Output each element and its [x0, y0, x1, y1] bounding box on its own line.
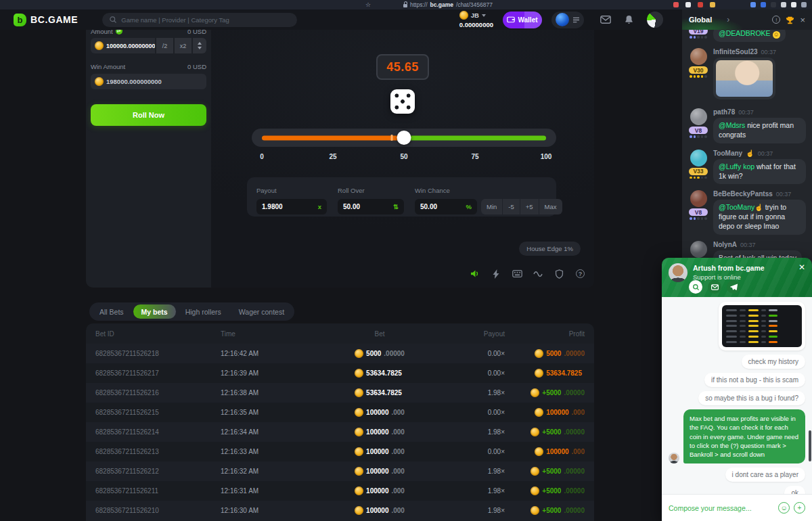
payout-label: Payout	[256, 187, 277, 194]
username[interactable]: TooMany	[713, 150, 742, 157]
jb-coin-icon	[355, 369, 363, 378]
extension-icon-1[interactable]	[673, 2, 679, 7]
bet-amount: 53634.7825	[322, 369, 437, 378]
chat-image[interactable]	[716, 60, 773, 97]
chat-header: Global › ! ×	[682, 9, 812, 30]
extension-icon-6[interactable]	[771, 2, 776, 7]
jb-coin-icon	[531, 486, 539, 495]
avatar[interactable]	[690, 150, 707, 166]
table-row[interactable]: 68285367211526217 12:16:39 AM 53634.7825…	[86, 363, 594, 383]
bet-id: 68285367211526214	[95, 428, 221, 436]
edit-icon[interactable]	[791, 2, 796, 7]
table-row[interactable]: 68285367211526210 12:16:30 AM 100000.000…	[86, 501, 594, 520]
attachment-screenshot[interactable]	[719, 302, 805, 350]
avatar[interactable]	[690, 108, 707, 125]
username[interactable]: InfiniteSoul23	[713, 48, 758, 55]
url-protocol: https://	[410, 1, 428, 8]
extension-icon-4[interactable]	[710, 2, 715, 7]
sphere-avatar	[556, 13, 569, 26]
table-row[interactable]: 68285367211526211 12:16:31 AM 100000.000…	[86, 481, 594, 501]
support-scrollbar[interactable]	[809, 430, 811, 461]
table-row[interactable]: 68285367211526213 12:16:33 AM 100000.000…	[86, 442, 594, 461]
table-row[interactable]: 68285367211526216 12:16:38 AM 53634.7825…	[86, 383, 594, 403]
username[interactable]: NolynA	[713, 241, 737, 248]
payout-input[interactable]: 1.9800 x	[256, 199, 327, 214]
list-icon	[572, 17, 580, 23]
scale-25: 25	[329, 153, 336, 160]
stats-button[interactable]	[533, 268, 544, 279]
share-icon[interactable]	[750, 2, 756, 7]
chevron-right-icon[interactable]: ›	[727, 15, 729, 24]
avatar[interactable]	[690, 190, 707, 207]
roll-over-input[interactable]: 50.00 ⇅	[338, 199, 404, 214]
profile-pill[interactable]	[551, 12, 584, 28]
double-bet-button[interactable]: x2	[175, 38, 191, 53]
bet-amount: 5000.00000	[322, 349, 437, 358]
support-close-icon[interactable]: ✕	[798, 263, 805, 271]
step-up-icon[interactable]	[198, 42, 202, 45]
trophy-icon[interactable]	[786, 16, 794, 24]
table-row[interactable]: 68285367211526214 12:16:34 AM 100000.000…	[86, 422, 594, 442]
slider-track[interactable]	[262, 135, 546, 140]
username[interactable]: path78	[713, 108, 735, 116]
max-button[interactable]: Max	[539, 199, 562, 214]
wallet-button[interactable]: Wallet	[503, 12, 542, 28]
sound-button[interactable]	[470, 268, 481, 279]
amount-stepper[interactable]	[193, 38, 206, 53]
bolt-icon	[493, 269, 500, 279]
table-row[interactable]: 68285367211526218 12:16:42 AM 5000.00000…	[86, 344, 594, 363]
jb-coin-icon	[355, 388, 363, 397]
username[interactable]: BeBeBeckyPantss	[713, 190, 773, 198]
plus5-button[interactable]: +5	[520, 199, 539, 214]
bets-rows: 68285367211526218 12:16:42 AM 5000.00000…	[86, 344, 594, 520]
message-time: 00:37	[740, 242, 756, 248]
help-button[interactable]: ?	[574, 268, 586, 279]
chat-rules-icon[interactable]: !	[772, 16, 780, 24]
wallet-ext-icon[interactable]	[781, 2, 786, 7]
half-bet-button[interactable]: /2	[156, 38, 173, 53]
messages-button[interactable]	[600, 16, 611, 24]
bookmark-star-icon[interactable]: ☆	[365, 0, 371, 9]
table-row[interactable]: 68285367211526212 12:16:32 AM 100000.000…	[86, 461, 594, 481]
address-bar[interactable]: https://bc.game/chat/3456877	[403, 0, 493, 9]
compose-input[interactable]	[669, 504, 774, 512]
fairness-button[interactable]	[554, 268, 565, 279]
chat-close-icon[interactable]: ×	[800, 16, 805, 24]
support-search-button[interactable]	[689, 280, 702, 294]
extension-icon-3[interactable]	[698, 2, 703, 7]
tab-high-rollers[interactable]: High rollers	[177, 304, 229, 319]
extension-icon-2[interactable]	[685, 2, 691, 7]
chat-room-title[interactable]: Global	[689, 16, 712, 24]
support-email-button[interactable]	[708, 280, 721, 294]
step-down-icon[interactable]	[198, 47, 202, 49]
win-chance-input[interactable]: 50.00 %	[415, 199, 477, 214]
support-telegram-button[interactable]	[727, 280, 740, 294]
menu-icon[interactable]	[801, 2, 807, 7]
attach-plus-icon[interactable]: +	[794, 502, 805, 514]
bcgame-logo[interactable]: b BC.GAME	[14, 14, 78, 26]
user-avatar[interactable]	[647, 12, 663, 28]
avatar[interactable]	[690, 241, 707, 258]
extension-icon-5[interactable]	[761, 2, 766, 7]
currency-selector[interactable]: JB 0.00000000	[459, 11, 493, 28]
amount-input[interactable]: 100000.00000000	[91, 38, 155, 53]
amount-switch-icon[interactable]: ⇄	[116, 30, 122, 35]
tab-my-bets[interactable]: My bets	[133, 304, 176, 319]
roll-now-button[interactable]: Roll Now	[91, 104, 206, 126]
avatar[interactable]	[690, 48, 707, 65]
minus5-button[interactable]: -5	[502, 199, 519, 214]
swap-icon[interactable]: ⇅	[393, 203, 399, 210]
tab-all-bets[interactable]: All Bets	[91, 304, 132, 319]
emoji-icon[interactable]: ☺	[778, 502, 790, 514]
turbo-button[interactable]	[491, 268, 502, 279]
table-row[interactable]: 68285367211526215 12:16:35 AM 100000.000…	[86, 403, 594, 422]
search-input[interactable]: Game name | Provider | Category Tag	[102, 13, 297, 27]
notifications-button[interactable]	[625, 15, 633, 24]
roll-slider[interactable]	[252, 129, 556, 147]
tab-wager-contest[interactable]: Wager contest	[231, 304, 292, 319]
hotkeys-button[interactable]	[512, 268, 523, 279]
slider-handle[interactable]	[397, 131, 411, 145]
bet-id: 68285367211526213	[95, 448, 221, 455]
min-button[interactable]: Min	[481, 199, 502, 214]
bcgame-logo-text: BC.GAME	[30, 14, 78, 25]
